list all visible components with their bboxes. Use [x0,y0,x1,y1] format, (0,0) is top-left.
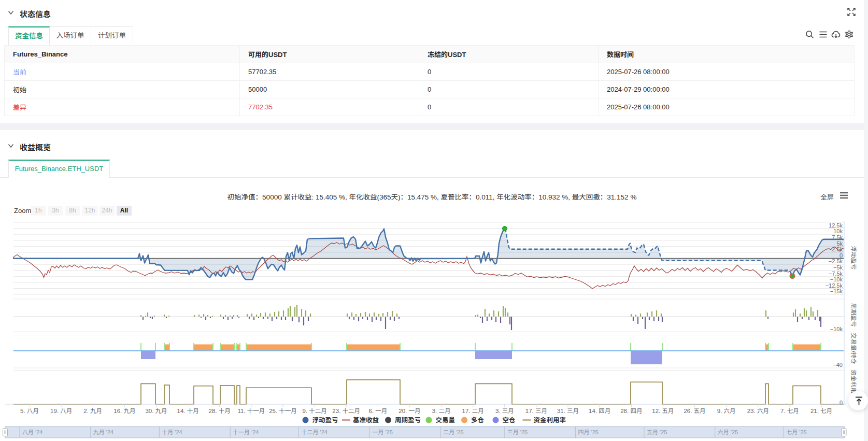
svg-text:14. 四月: 14. 四月 [589,408,610,414]
svg-text:周期盈亏: 周期盈亏 [395,417,421,424]
svg-text:−7.5k: −7.5k [829,271,843,277]
svg-text:三月 '25: 三月 '25 [507,429,528,435]
svg-text:四月 '25: 四月 '25 [578,429,599,435]
svg-text:−5k: −5k [833,264,843,271]
svg-text:八月 '24: 八月 '24 [22,429,42,435]
svg-text:资金利用率: 资金利用率 [534,417,566,424]
svg-text:3. 三月: 3. 三月 [495,408,514,414]
svg-text:五月 '25: 五月 '25 [647,429,667,435]
svg-text:7.5k: 7.5k [832,234,843,240]
svg-text:−10k: −10k [830,326,843,332]
svg-text:26. 五月: 26. 五月 [684,408,705,414]
svg-text:12.5k: 12.5k [829,222,843,229]
svg-text:0: 0 [839,400,843,406]
svg-text:20. 一月: 20. 一月 [399,408,420,414]
svg-text:9. 六月: 9. 六月 [717,408,736,414]
svg-text:2. 九月: 2. 九月 [83,408,102,414]
svg-text:25. 十一月: 25. 十一月 [269,408,297,414]
svg-text:十月 '24: 十月 '24 [162,429,182,435]
svg-text:21. 七月: 21. 七月 [810,408,832,414]
svg-text:空仓: 空仓 [503,417,516,424]
svg-text:二月 '25: 二月 '25 [443,429,463,435]
svg-text:3. 二月: 3. 二月 [432,408,451,414]
svg-text:七月 '25: 七月 '25 [786,429,806,435]
svg-text:−10k: −10k [830,276,843,282]
svg-text:−2.5k: −2.5k [829,258,843,264]
svg-text:交易量/持仓: 交易量/持仓 [850,333,857,364]
svg-text:28. 十月: 28. 十月 [209,408,231,414]
svg-text:一月 '25: 一月 '25 [372,429,392,435]
svg-text:2.5k: 2.5k [832,246,843,252]
svg-text:浮动盈亏: 浮动盈亏 [312,417,338,424]
svg-text:31. 三月: 31. 三月 [557,408,579,414]
svg-text:−15k: −15k [830,288,843,294]
svg-text:5k: 5k [836,240,843,247]
svg-text:17. 二月: 17. 二月 [462,408,484,414]
svg-text:6. 一月: 6. 一月 [368,408,387,414]
svg-text:28. 四月: 28. 四月 [620,408,642,414]
svg-text:9. 十二月: 9. 十二月 [302,408,326,414]
svg-text:浮动盈亏: 浮动盈亏 [850,246,857,270]
svg-text:周期盈亏: 周期盈亏 [850,303,857,327]
svg-text:11. 十一月: 11. 十一月 [237,408,265,414]
svg-text:16. 九月: 16. 九月 [113,408,135,414]
svg-text:12. 五月: 12. 五月 [652,408,674,414]
svg-text:23. 六月: 23. 六月 [747,408,769,414]
svg-text:10k: 10k [833,228,843,234]
svg-text:23. 十二月: 23. 十二月 [332,408,360,414]
svg-text:交易量: 交易量 [436,417,456,424]
svg-text:基准收益: 基准收益 [353,417,379,424]
svg-text:30. 九月: 30. 九月 [145,408,167,414]
svg-text:−40: −40 [833,362,843,368]
svg-text:14. 十月: 14. 十月 [177,408,199,414]
svg-text:17. 三月: 17. 三月 [525,408,547,414]
svg-text:5. 八月: 5. 八月 [20,408,39,414]
svg-text:多仓: 多仓 [471,417,485,424]
svg-text:六月 '25: 六月 '25 [718,429,738,435]
svg-text:−12.5k: −12.5k [826,282,843,289]
svg-text:7. 七月: 7. 七月 [780,408,799,414]
svg-text:0: 0 [839,252,843,259]
svg-text:十一月 '24: 十一月 '24 [233,429,259,435]
svg-text:九月 '24: 九月 '24 [93,429,113,435]
svg-text:19. 八月: 19. 八月 [50,408,72,414]
svg-text:十二月 '24: 十二月 '24 [302,429,328,435]
